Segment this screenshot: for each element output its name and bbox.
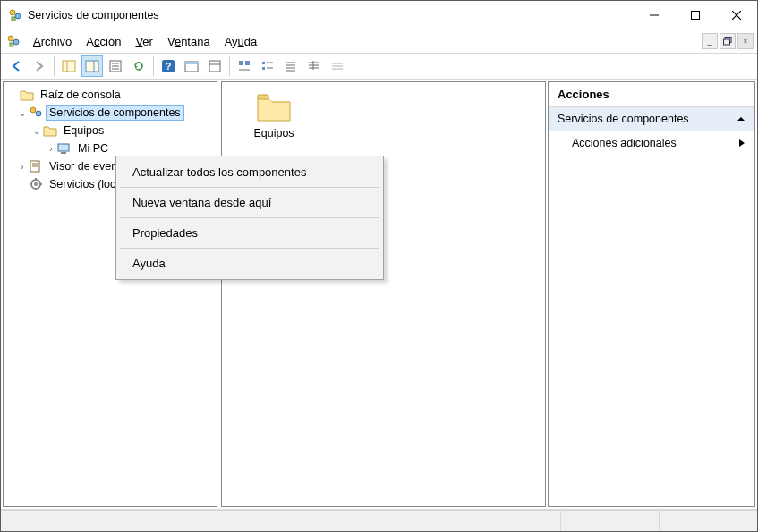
- tree-label: Equipos: [60, 122, 107, 139]
- toolbar-refresh-button[interactable]: [128, 55, 149, 77]
- toolbar-filter-button[interactable]: [204, 55, 226, 77]
- context-menu-refresh-all[interactable]: Actualizar todos los componentes: [118, 158, 381, 186]
- toolbar-view-status-button[interactable]: [327, 55, 348, 77]
- app-icon: [8, 8, 22, 22]
- mdi-close-button[interactable]: ×: [737, 33, 754, 49]
- status-cell: [659, 511, 757, 531]
- svg-rect-26: [239, 61, 243, 65]
- svg-rect-24: [209, 61, 220, 72]
- folder-icon: [20, 88, 34, 102]
- svg-rect-27: [245, 61, 250, 65]
- svg-point-8: [13, 39, 19, 45]
- tree-label: Mi PC: [74, 140, 112, 156]
- svg-point-1: [15, 13, 21, 19]
- context-menu: Actualizar todos los componentes Nueva v…: [115, 156, 384, 280]
- toolbar-forward-button[interactable]: [29, 55, 50, 77]
- tree-node-equipos[interactable]: ⌄ Equipos: [5, 122, 215, 139]
- toolbar-export-button[interactable]: [105, 55, 126, 77]
- toolbar: ?: [1, 53, 757, 80]
- window-titlebar: Servicios de componentes: [1, 1, 757, 30]
- toolbar-back-button[interactable]: [5, 55, 27, 77]
- context-menu-help[interactable]: Ayuda: [118, 249, 381, 277]
- collapse-up-icon: [737, 114, 745, 123]
- svg-rect-9: [10, 43, 13, 46]
- svg-rect-2: [12, 17, 15, 21]
- svg-point-52: [34, 182, 38, 186]
- svg-point-7: [8, 36, 13, 41]
- context-menu-separator: [120, 187, 379, 188]
- window-close-button[interactable]: [716, 1, 757, 30]
- svg-rect-29: [262, 62, 265, 64]
- mdi-minimize-button[interactable]: _: [702, 33, 718, 49]
- tree-label: Servicios de componentes: [46, 105, 184, 121]
- mdi-controls: _ ×: [702, 33, 754, 49]
- actions-more-label: Acciones adicionales: [572, 137, 677, 149]
- computer-icon: [57, 141, 72, 156]
- svg-rect-12: [63, 61, 75, 72]
- status-cell: [1, 511, 560, 531]
- content-pane: Equipos: [221, 81, 546, 507]
- svg-rect-4: [692, 12, 700, 20]
- svg-rect-14: [86, 61, 98, 72]
- svg-text:?: ?: [166, 61, 172, 72]
- svg-rect-30: [262, 67, 265, 70]
- content-item-label: Equipos: [253, 127, 294, 139]
- actions-header: Acciones: [549, 82, 754, 107]
- svg-point-0: [10, 10, 15, 15]
- toolbar-help-button[interactable]: ?: [158, 55, 179, 77]
- toolbar-view-details-button[interactable]: [303, 55, 325, 77]
- work-area: Raíz de consola ⌄ Servicios de component…: [1, 80, 757, 510]
- mdi-restore-button[interactable]: [720, 33, 736, 49]
- toolbar-show-hide-actions-button[interactable]: [81, 55, 103, 77]
- expander-expand-icon[interactable]: ›: [45, 144, 57, 154]
- expander-collapse-icon[interactable]: ⌄: [30, 126, 43, 136]
- window-maximize-button[interactable]: [675, 1, 716, 30]
- toolbar-view-large-button[interactable]: [234, 55, 255, 77]
- toolbar-window-button[interactable]: [181, 55, 202, 77]
- context-menu-separator: [120, 217, 379, 218]
- toolbar-separator: [229, 56, 230, 76]
- svg-point-45: [36, 111, 41, 116]
- toolbar-show-hide-tree-button[interactable]: [58, 55, 80, 77]
- actions-pane: Acciones Servicios de componentes Accion…: [548, 81, 755, 507]
- svg-rect-46: [58, 144, 69, 151]
- actions-more-row[interactable]: Acciones adicionales: [549, 131, 754, 155]
- window-minimize-button[interactable]: [634, 1, 675, 30]
- window-title: Servicios de componentes: [28, 9, 634, 21]
- expander-collapse-icon[interactable]: ⌄: [16, 108, 29, 118]
- mdi-app-icon: [6, 34, 21, 48]
- menu-archivo[interactable]: Archivo: [26, 32, 79, 51]
- menu-ayuda[interactable]: Ayuda: [217, 32, 265, 51]
- context-menu-new-window[interactable]: Nueva ventana desde aquí: [118, 189, 381, 216]
- toolbar-separator: [54, 56, 55, 76]
- menu-ver[interactable]: Ver: [128, 32, 160, 51]
- menu-ventana[interactable]: Ventana: [160, 32, 217, 51]
- tree-pane: Raíz de consola ⌄ Servicios de component…: [3, 81, 217, 507]
- tree-node-root[interactable]: Raíz de consola: [5, 86, 215, 104]
- status-cell: [560, 511, 659, 531]
- svg-rect-57: [258, 95, 268, 99]
- folder-icon: [43, 123, 57, 138]
- toolbar-view-list-button[interactable]: [280, 55, 302, 77]
- menu-archivo-rest: rchivo: [41, 35, 72, 48]
- svg-rect-47: [61, 152, 66, 154]
- actions-group-label: Servicios de componentes: [558, 113, 689, 125]
- tree-node-mi-pc[interactable]: › Mi PC: [5, 139, 215, 157]
- services-icon: [29, 177, 43, 191]
- event-viewer-icon: [29, 159, 43, 173]
- actions-group-row[interactable]: Servicios de componentes: [549, 107, 754, 131]
- folder-large-icon: [255, 91, 293, 123]
- context-menu-properties[interactable]: Propiedades: [118, 219, 381, 247]
- menu-accion[interactable]: Acción: [79, 32, 128, 51]
- component-services-icon: [29, 106, 43, 120]
- toolbar-view-small-button[interactable]: [257, 55, 278, 77]
- svg-rect-11: [724, 39, 730, 45]
- context-menu-separator: [120, 248, 379, 249]
- content-body: Equipos: [222, 82, 545, 148]
- menubar: Archivo Acción Ver Ventana Ayuda _ ×: [1, 30, 757, 53]
- submenu-arrow-icon: [738, 139, 745, 148]
- svg-rect-23: [185, 62, 198, 64]
- content-item-equipos[interactable]: Equipos: [238, 91, 310, 139]
- tree-node-component-services[interactable]: ⌄ Servicios de componentes: [5, 104, 215, 122]
- expander-expand-icon[interactable]: ›: [16, 162, 29, 172]
